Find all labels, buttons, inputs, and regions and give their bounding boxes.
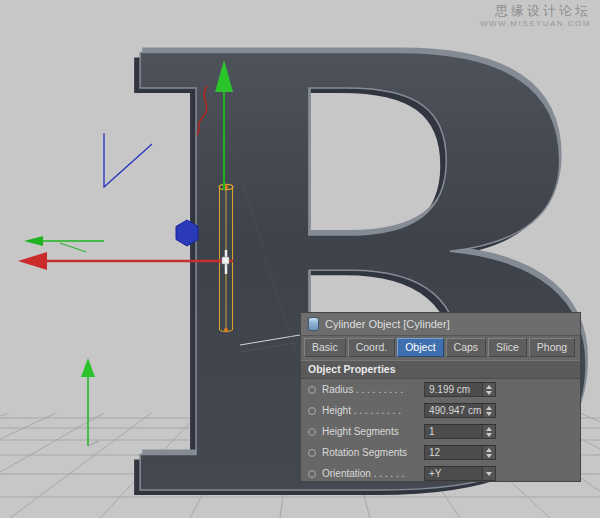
tab-slice[interactable]: Slice xyxy=(488,338,527,357)
cylinder-object-icon xyxy=(308,317,319,331)
height-value: 490.947 cm xyxy=(425,404,482,417)
rotation-segments-input[interactable]: 12 xyxy=(424,445,496,460)
watermark: 思缘设计论坛 WWW.MISSYUAN.COM xyxy=(480,3,591,29)
cylinder-handle[interactable] xyxy=(224,328,228,332)
watermark-site-name: 思缘设计论坛 xyxy=(480,3,591,19)
rotation-segments-stepper[interactable] xyxy=(482,446,495,459)
chevron-down-icon[interactable] xyxy=(486,472,492,476)
stepper-up-icon[interactable] xyxy=(486,427,492,431)
panel-title-bar: Cylinder Object [Cylinder] xyxy=(301,313,580,336)
attributes-panel: Cylinder Object [Cylinder] Basic Coord. … xyxy=(300,312,581,482)
keyframe-dot[interactable] xyxy=(308,428,316,436)
field-row-radius: Radius . . . . . . . . . 9.199 cm xyxy=(301,379,580,400)
field-row-rotation-segments: Rotation Segments 12 xyxy=(301,442,580,463)
height-segments-label: Height Segments xyxy=(322,426,424,437)
field-row-height: Height . . . . . . . . . 490.947 cm xyxy=(301,400,580,421)
rotation-segments-value: 12 xyxy=(425,446,482,459)
viewport[interactable]: B B B xyxy=(0,0,600,518)
height-segments-value: 1 xyxy=(425,425,482,438)
tab-phong[interactable]: Phong xyxy=(529,338,575,357)
orientation-label: Orientation . . . . . . xyxy=(322,468,424,479)
radius-value: 9.199 cm xyxy=(425,383,482,396)
height-segments-input[interactable]: 1 xyxy=(424,424,496,439)
object-origin-handle[interactable] xyxy=(222,257,229,264)
dropdown-arrow-icon[interactable] xyxy=(482,467,495,480)
section-header: Object Properties xyxy=(301,360,580,379)
rotation-segments-label: Rotation Segments xyxy=(322,447,424,458)
stepper-down-icon[interactable] xyxy=(486,391,492,395)
height-segments-stepper[interactable] xyxy=(482,425,495,438)
world-axis-indicator xyxy=(81,358,99,446)
stepper-down-icon[interactable] xyxy=(486,433,492,437)
orientation-dropdown[interactable]: +Y xyxy=(424,466,496,481)
panel-tabs: Basic Coord. Object Caps Slice Phong xyxy=(301,336,580,360)
keyframe-dot[interactable] xyxy=(308,386,316,394)
panel-title: Cylinder Object [Cylinder] xyxy=(325,318,450,330)
radius-stepper[interactable] xyxy=(482,383,495,396)
keyframe-dot[interactable] xyxy=(308,449,316,457)
tab-basic[interactable]: Basic xyxy=(304,338,346,357)
stepper-up-icon[interactable] xyxy=(486,385,492,389)
stepper-up-icon[interactable] xyxy=(486,448,492,452)
field-row-height-segments: Height Segments 1 xyxy=(301,421,580,442)
height-stepper[interactable] xyxy=(482,404,495,417)
keyframe-dot[interactable] xyxy=(308,470,316,478)
scale-axis-arrow[interactable] xyxy=(24,236,104,252)
tab-object[interactable]: Object xyxy=(397,338,443,357)
radius-input[interactable]: 9.199 cm xyxy=(424,382,496,397)
watermark-url: WWW.MISSYUAN.COM xyxy=(480,19,591,29)
stepper-down-icon[interactable] xyxy=(486,412,492,416)
height-label: Height . . . . . . . . . xyxy=(322,405,424,416)
keyframe-dot[interactable] xyxy=(308,407,316,415)
orientation-value: +Y xyxy=(425,467,482,480)
tab-caps[interactable]: Caps xyxy=(446,338,487,357)
field-row-orientation: Orientation . . . . . . +Y xyxy=(301,463,580,484)
height-input[interactable]: 490.947 cm xyxy=(424,403,496,418)
stepper-down-icon[interactable] xyxy=(486,454,492,458)
radius-label: Radius . . . . . . . . . xyxy=(322,384,424,395)
stepper-up-icon[interactable] xyxy=(486,406,492,410)
tab-coord[interactable]: Coord. xyxy=(348,338,396,357)
